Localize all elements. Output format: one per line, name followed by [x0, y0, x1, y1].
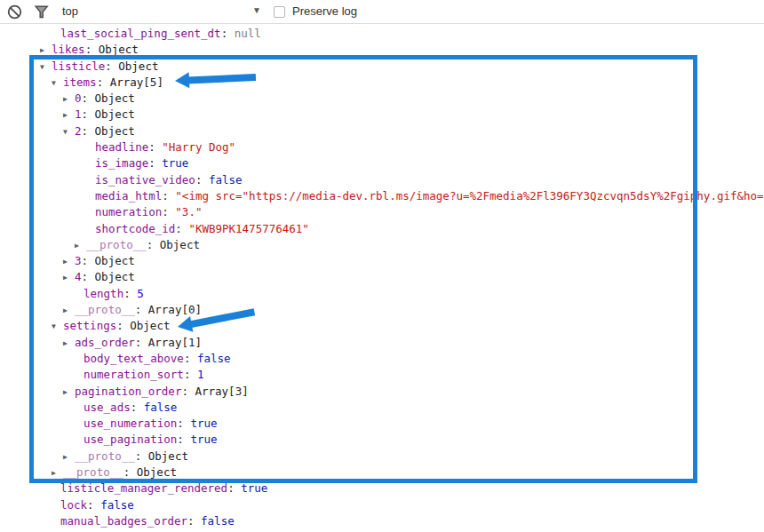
key-value-separator: : — [227, 481, 241, 495]
clear-console-icon[interactable] — [7, 4, 22, 23]
property-value: false — [201, 514, 235, 528]
devtools-console-panel: { "toolbar": { "clear_icon": "ban-circle… — [0, 0, 764, 532]
property-key: lock — [60, 498, 87, 512]
annotation-rectangle — [29, 55, 697, 483]
preserve-log-checkbox[interactable] — [274, 6, 285, 18]
property-key: last_social_ping_sent_dt — [60, 27, 221, 40]
property-key: manual_badges_order — [60, 514, 187, 528]
filter-funnel-icon[interactable] — [34, 5, 50, 22]
arrow-tail — [187, 74, 256, 83]
property-key: listicle_manager_rendered — [60, 481, 227, 495]
console-toolbar: top ▼ Preserve log — [0, 0, 764, 24]
property-value: false — [100, 498, 134, 512]
preserve-log-label: Preserve log — [292, 4, 357, 18]
key-value-separator: : — [87, 498, 100, 512]
tree-row: listicle_manager_rendered: true — [0, 480, 764, 496]
key-value-separator: : — [221, 27, 235, 40]
tree-row: last_social_ping_sent_dt: null — [0, 26, 764, 42]
tree-row: manual_badges_order: false — [0, 513, 764, 529]
execution-context-selector[interactable]: top — [62, 4, 78, 18]
chevron-down-icon[interactable]: ▼ — [252, 5, 261, 15]
key-value-separator: : — [187, 514, 201, 528]
property-value: true — [241, 481, 267, 495]
property-value: null — [235, 27, 261, 40]
tree-row: lock: false — [0, 497, 764, 513]
